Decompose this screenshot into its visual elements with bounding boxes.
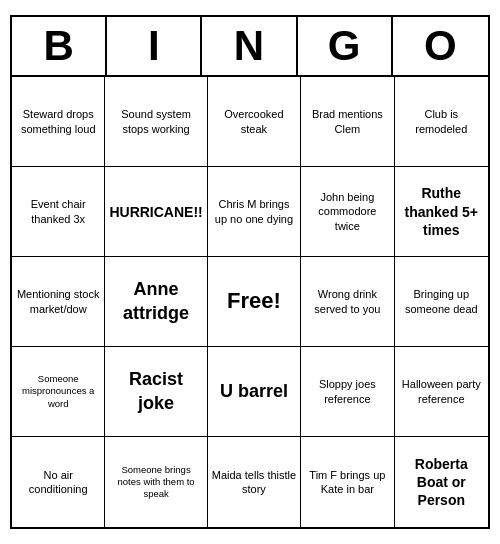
bingo-letter-g: G — [298, 17, 393, 75]
bingo-letter-o: O — [393, 17, 488, 75]
cell-text-3: Brad mentions Clem — [305, 107, 389, 136]
bingo-cell-6: HURRICANE!! — [105, 167, 207, 257]
cell-text-23: Tim F brings up Kate in bar — [305, 468, 389, 497]
cell-text-9: Ruthe thanked 5+ times — [399, 184, 484, 239]
cell-text-8: John being commodore twice — [305, 190, 389, 233]
cell-text-12: Free! — [227, 287, 281, 316]
bingo-grid: Steward drops something loudSound system… — [12, 77, 488, 527]
bingo-letter-i: I — [107, 17, 202, 75]
cell-text-4: Club is remodeled — [399, 107, 484, 136]
bingo-card: BINGO Steward drops something loudSound … — [10, 15, 490, 529]
cell-text-20: No air conditioning — [16, 468, 100, 497]
bingo-cell-1: Sound system stops working — [105, 77, 207, 167]
bingo-cell-10: Mentioning stock market/dow — [12, 257, 105, 347]
cell-text-16: Racist joke — [109, 368, 202, 415]
bingo-cell-11: Anne attridge — [105, 257, 207, 347]
cell-text-13: Wrong drink served to you — [305, 287, 389, 316]
cell-text-0: Steward drops something loud — [16, 107, 100, 136]
bingo-cell-4: Club is remodeled — [395, 77, 488, 167]
cell-text-1: Sound system stops working — [109, 107, 202, 136]
bingo-cell-21: Someone brings notes with them to speak — [105, 437, 207, 527]
bingo-cell-17: U barrel — [208, 347, 301, 437]
cell-text-6: HURRICANE!! — [109, 203, 202, 221]
bingo-cell-12: Free! — [208, 257, 301, 347]
bingo-cell-14: Bringing up someone dead — [395, 257, 488, 347]
bingo-cell-15: Someone mispronounces a word — [12, 347, 105, 437]
cell-text-21: Someone brings notes with them to speak — [109, 464, 202, 501]
bingo-cell-18: Sloppy joes reference — [301, 347, 394, 437]
bingo-cell-3: Brad mentions Clem — [301, 77, 394, 167]
bingo-cell-22: Maida tells thistle story — [208, 437, 301, 527]
cell-text-11: Anne attridge — [109, 278, 202, 325]
bingo-cell-2: Overcooked steak — [208, 77, 301, 167]
cell-text-10: Mentioning stock market/dow — [16, 287, 100, 316]
cell-text-15: Someone mispronounces a word — [16, 373, 100, 410]
bingo-cell-5: Event chair thanked 3x — [12, 167, 105, 257]
cell-text-19: Halloween party reference — [399, 377, 484, 406]
cell-text-2: Overcooked steak — [212, 107, 296, 136]
bingo-cell-19: Halloween party reference — [395, 347, 488, 437]
bingo-cell-0: Steward drops something loud — [12, 77, 105, 167]
bingo-letter-b: B — [12, 17, 107, 75]
bingo-cell-7: Chris M brings up no one dying — [208, 167, 301, 257]
bingo-header: BINGO — [12, 17, 488, 77]
cell-text-14: Bringing up someone dead — [399, 287, 484, 316]
cell-text-17: U barrel — [220, 380, 288, 403]
cell-text-5: Event chair thanked 3x — [16, 197, 100, 226]
bingo-cell-20: No air conditioning — [12, 437, 105, 527]
bingo-cell-23: Tim F brings up Kate in bar — [301, 437, 394, 527]
bingo-cell-24: Roberta Boat or Person — [395, 437, 488, 527]
bingo-cell-8: John being commodore twice — [301, 167, 394, 257]
bingo-cell-9: Ruthe thanked 5+ times — [395, 167, 488, 257]
bingo-letter-n: N — [202, 17, 297, 75]
bingo-cell-13: Wrong drink served to you — [301, 257, 394, 347]
cell-text-24: Roberta Boat or Person — [399, 455, 484, 510]
cell-text-7: Chris M brings up no one dying — [212, 197, 296, 226]
cell-text-18: Sloppy joes reference — [305, 377, 389, 406]
bingo-cell-16: Racist joke — [105, 347, 207, 437]
cell-text-22: Maida tells thistle story — [212, 468, 296, 497]
